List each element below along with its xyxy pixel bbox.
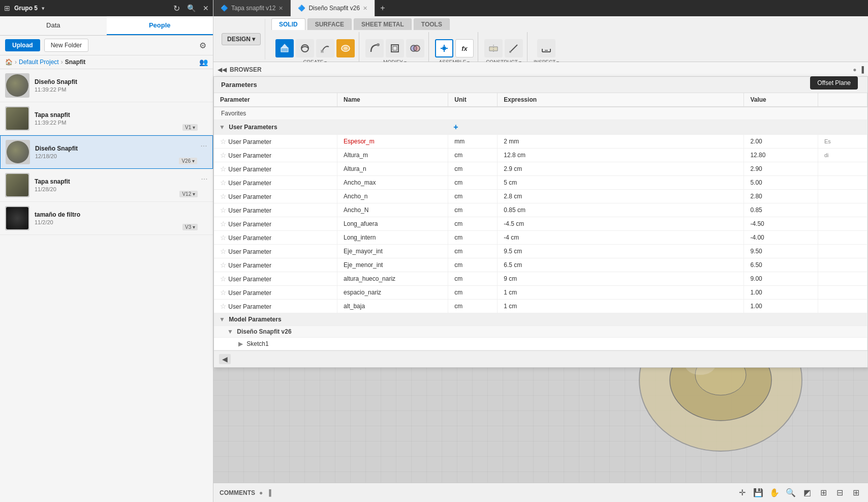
param-name[interactable]: Ancho_N — [337, 203, 448, 217]
fillet-icon[interactable] — [365, 39, 384, 57]
list-item[interactable]: tamaño de filtro 11/2/20 V3 ▾ — [0, 202, 213, 235]
star-icon[interactable]: ☆ — [220, 275, 227, 283]
combine-icon[interactable] — [406, 39, 424, 57]
revolve-icon[interactable] — [296, 39, 314, 57]
upload-button[interactable]: Upload — [5, 39, 40, 51]
offset-plane-button[interactable]: Offset Plane — [810, 76, 858, 90]
file-tab-diseno[interactable]: 🔷 Diseño Snapfit v26 ✕ — [291, 0, 375, 16]
fx-icon[interactable]: fx — [455, 39, 474, 57]
measure-icon[interactable] — [537, 39, 555, 57]
more-icon[interactable]: … — [200, 140, 207, 148]
param-name[interactable]: Espesor_m — [337, 135, 448, 149]
expand-icon[interactable]: ▼ — [219, 316, 225, 323]
star-icon[interactable]: ☆ — [220, 165, 227, 173]
param-expression[interactable]: -4 cm — [498, 231, 744, 245]
expand-icon[interactable]: ▶ — [238, 340, 243, 347]
param-expression[interactable]: 9.5 cm — [498, 245, 744, 258]
grid-icon[interactable]: ⊞ — [816, 485, 830, 499]
param-name[interactable]: Eje_mayor_int — [337, 245, 448, 258]
param-name[interactable]: altura_hueco_nariz — [337, 272, 448, 286]
star-icon[interactable]: ☆ — [220, 206, 227, 214]
axis-icon[interactable] — [505, 39, 523, 57]
add-parameter-icon[interactable]: + — [453, 123, 458, 131]
browser-expand-icon[interactable]: ▐ — [859, 66, 864, 73]
param-name[interactable]: Altura_m — [337, 149, 448, 162]
browser-collapse-icon[interactable]: ◀◀ — [218, 66, 227, 73]
group-label[interactable]: Grupo 5 — [14, 5, 38, 12]
param-expression[interactable]: 2.8 cm — [498, 190, 744, 203]
param-name[interactable]: Eje_menor_int — [337, 258, 448, 272]
list-item[interactable]: Tapa snapfit 11:39:22 PM V1 ▾ — [0, 102, 213, 135]
sweep-icon[interactable] — [316, 39, 334, 57]
add-tab-icon[interactable]: + — [375, 4, 390, 13]
new-folder-button[interactable]: New Folder — [44, 39, 88, 52]
layout-icon[interactable]: ⊟ — [832, 485, 847, 499]
star-icon[interactable]: ☆ — [220, 302, 227, 310]
param-name[interactable]: Long_intern — [337, 231, 448, 245]
param-name[interactable]: Ancho_n — [337, 190, 448, 203]
star-icon[interactable]: ☆ — [220, 220, 227, 228]
model-sketch-row[interactable]: ▶ Sketch1 — [214, 338, 867, 350]
refresh-icon[interactable]: ↻ — [173, 4, 180, 13]
param-expression[interactable]: 2 mm — [498, 135, 744, 149]
param-name[interactable]: Altura_n — [337, 162, 448, 176]
settings-icon[interactable]: ⚙ — [198, 40, 208, 50]
table-row[interactable]: ☆ User Parameter Altura_m cm 12.8 cm 12.… — [214, 149, 867, 162]
table-row[interactable]: ☆ User Parameter alt_baja cm 1 cm 1.00 — [214, 300, 867, 313]
tab-data[interactable]: Data — [0, 16, 107, 35]
freeform-icon[interactable] — [336, 39, 355, 57]
param-expression[interactable]: 2.9 cm — [498, 162, 744, 176]
param-expression[interactable]: 9 cm — [498, 272, 744, 286]
table-row[interactable]: ☆ User Parameter Ancho_N cm 0.85 cm 0.85 — [214, 203, 867, 217]
list-item[interactable]: Diseño Snapfit 12/18/20 V26 ▾ … — [0, 135, 213, 169]
star-icon[interactable]: ☆ — [220, 233, 227, 242]
plane-icon[interactable] — [484, 39, 503, 57]
table-row[interactable]: ☆ User Parameter Eje_mayor_int cm 9.5 cm… — [214, 245, 867, 258]
extrude-icon[interactable] — [275, 39, 294, 57]
param-expression[interactable]: 6.5 cm — [498, 258, 744, 272]
compass-icon[interactable]: ✛ — [735, 485, 749, 499]
file-tab-tapa[interactable]: 🔷 Tapa snapfit v12 ✕ — [213, 0, 291, 16]
design-button[interactable]: DESIGN ▾ — [222, 33, 261, 45]
comments-expand[interactable]: ▐ — [267, 489, 271, 496]
param-name[interactable]: Ancho_max — [337, 176, 448, 190]
collapse-button[interactable]: ◀ — [219, 354, 231, 364]
zoom-icon[interactable]: 🔍 — [784, 485, 798, 499]
param-expression[interactable]: 5 cm — [498, 176, 744, 190]
star-icon[interactable]: ☆ — [220, 247, 227, 255]
home-icon[interactable]: 🏠 — [5, 58, 13, 66]
star-icon[interactable]: ☆ — [220, 137, 227, 145]
tab-solid[interactable]: SOLID — [271, 18, 305, 30]
table-row[interactable]: ☆ User Parameter espacio_nariz cm 1 cm 1… — [214, 286, 867, 300]
param-name[interactable]: alt_baja — [337, 300, 448, 313]
param-expression[interactable]: 0.85 cm — [498, 203, 744, 217]
hand-icon[interactable]: ✋ — [767, 485, 782, 499]
move-icon[interactable] — [435, 39, 453, 57]
param-name[interactable]: Long_afuera — [337, 217, 448, 231]
model-diseno-row[interactable]: ▼ Diseño Snapfit v26 — [214, 326, 867, 338]
table-row[interactable]: ☆ User Parameter Ancho_n cm 2.8 cm 2.80 — [214, 190, 867, 203]
group-chevron[interactable]: ▾ — [42, 5, 45, 12]
panel-icon[interactable]: ⊞ — [849, 485, 863, 499]
save-icon[interactable]: 💾 — [751, 485, 765, 499]
table-row[interactable]: ☆ User Parameter Long_afuera cm -4.5 cm … — [214, 217, 867, 231]
param-name[interactable]: espacio_nariz — [337, 286, 448, 300]
param-expression[interactable]: 1 cm — [498, 286, 744, 300]
table-row[interactable]: ☆ User Parameter Espesor_m mm 2 mm 2.00 … — [214, 135, 867, 149]
breadcrumb-project[interactable]: Default Project — [19, 58, 59, 66]
table-row[interactable]: ☆ User Parameter altura_hueco_nariz cm 9… — [214, 272, 867, 286]
list-item[interactable]: Tapa snapfit 11/28/20 V12 ▾ … — [0, 169, 213, 202]
param-expression[interactable]: 12.8 cm — [498, 149, 744, 162]
tab-close-icon[interactable]: ✕ — [278, 5, 283, 12]
display-icon[interactable]: ◩ — [800, 485, 814, 499]
tab-people[interactable]: People — [107, 16, 213, 35]
expand-icon[interactable]: ▼ — [219, 124, 225, 131]
table-row[interactable]: ☆ User Parameter Long_intern cm -4 cm -4… — [214, 231, 867, 245]
star-icon[interactable]: ☆ — [220, 192, 227, 200]
expand-icon[interactable]: ▼ — [227, 328, 233, 335]
tab-sheet-metal[interactable]: SHEET METAL — [354, 18, 412, 30]
param-expression[interactable]: -4.5 cm — [498, 217, 744, 231]
search-icon[interactable]: 🔍 — [187, 4, 196, 12]
tab-close-icon[interactable]: ✕ — [363, 5, 367, 12]
shell-icon[interactable] — [386, 39, 404, 57]
